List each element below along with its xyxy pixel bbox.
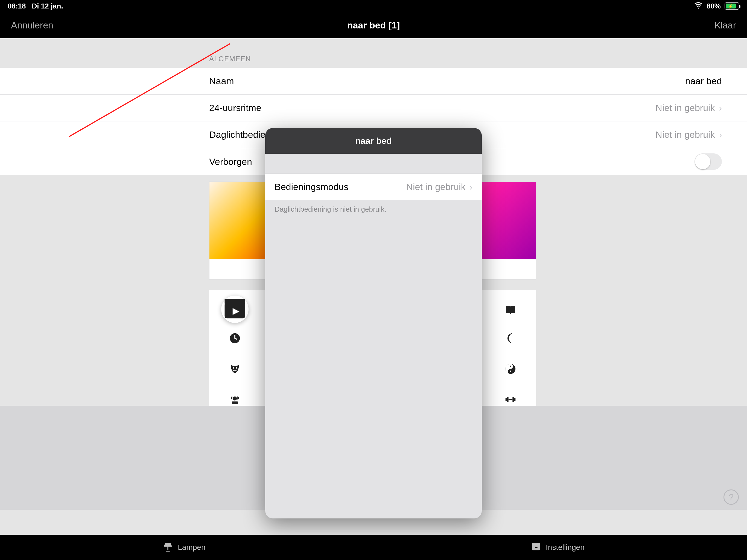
help-button[interactable]: ? [723,489,739,505]
tab-lamps-label: Lampen [178,543,205,552]
svg-point-6 [233,397,237,401]
status-left: 08:18 Di 12 jan. [8,2,63,10]
chevron-right-icon: › [469,182,472,192]
svg-rect-15 [509,399,513,400]
daylight-popover: naar bed Bedieningsmodus Niet in gebruik… [265,128,482,518]
scene-clock-icon[interactable] [225,328,245,348]
lamp-icon [162,541,173,554]
tab-settings-label: Instellingen [546,543,585,552]
page-title: naar bed [1] [347,20,400,31]
done-button[interactable]: Klaar [715,20,736,31]
scene-book-icon[interactable] [500,300,520,320]
row-daylight-value: Niet in gebruik [655,129,715,140]
svg-rect-17 [532,543,540,545]
svg-rect-7 [232,401,238,404]
popover-mode-value: Niet in gebruik [406,182,465,192]
tab-bar: Lampen Instellingen [0,535,747,560]
row-24h-rhythm[interactable]: 24-uursritme Niet in gebruik › [0,95,747,121]
svg-rect-1 [225,299,245,304]
svg-point-10 [510,371,511,372]
row-hidden-label: Verborgen [209,156,252,167]
status-date: Di 12 jan. [32,2,63,10]
scene-movie-selected[interactable] [221,296,249,323]
status-right: 80% ⚡ [694,1,739,11]
chevron-right-icon: › [719,129,722,140]
popover-mode-label: Bedieningsmodus [275,182,349,192]
cancel-button[interactable]: Annuleren [11,20,53,31]
svg-point-4 [233,367,234,368]
row-name[interactable]: Naam naar bed [0,68,747,95]
svg-rect-11 [506,398,507,401]
popover-title: naar bed [265,128,482,154]
section-header-general: ALGEMEEN [209,55,251,63]
row-rhythm-value: Niet in gebruik [655,103,715,113]
battery-icon: ⚡ [725,2,739,9]
nav-bar: Annuleren naar bed [1] Klaar [0,12,747,38]
tab-settings[interactable]: Instellingen [531,541,585,554]
clapper-icon [531,541,541,554]
scene-yinyang-icon[interactable] [500,359,520,379]
popover-row-mode[interactable]: Bedieningsmodus Niet in gebruik › [265,173,482,200]
tab-lamps[interactable]: Lampen [162,541,205,554]
scene-moon-icon[interactable] [500,328,520,348]
wifi-icon [694,1,703,11]
svg-rect-14 [514,398,516,401]
svg-rect-12 [507,397,509,402]
battery-percent: 80% [706,2,721,10]
row-name-label: Naam [209,76,234,86]
popover-note: Daglichtbediening is niet in gebruik. [265,200,482,219]
chevron-right-icon: › [719,103,722,113]
status-bar: 08:18 Di 12 jan. 80% ⚡ [0,0,747,12]
hidden-toggle[interactable] [695,153,722,170]
popover-arrow [367,128,380,128]
scene-mask-icon[interactable] [225,359,245,379]
svg-point-9 [510,365,511,367]
row-rhythm-label: 24-uursritme [209,103,261,113]
svg-rect-13 [512,397,514,402]
row-name-value: naar bed [685,76,722,86]
svg-point-5 [236,367,237,368]
status-time: 08:18 [8,2,26,10]
